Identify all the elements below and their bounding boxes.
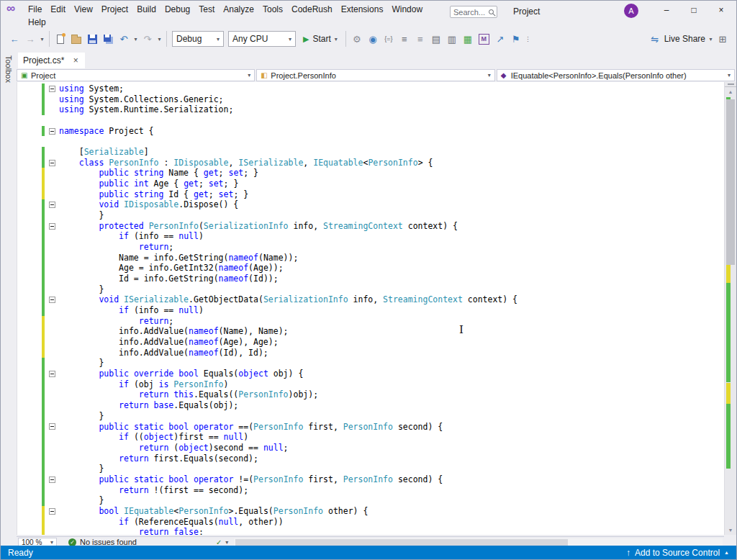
line-numbers-icon[interactable]: ≡	[397, 31, 412, 47]
nav-forward-icon[interactable]: →	[22, 31, 38, 47]
live-share-icon[interactable]: ⇋	[647, 31, 663, 47]
code-line[interactable]: }	[42, 464, 724, 474]
toolbox-panel-tab[interactable]: Toolbox	[1, 50, 17, 546]
solution-configuration-select[interactable]: Debug▾	[172, 31, 224, 47]
code-line[interactable]: return;	[42, 316, 724, 327]
code-line[interactable]: }	[42, 358, 724, 369]
open-file-icon[interactable]	[68, 31, 84, 47]
quick-actions-icon[interactable]: ◉	[365, 31, 381, 47]
save-all-icon[interactable]	[100, 31, 116, 47]
undo-icon[interactable]: ↶	[116, 31, 132, 47]
code-line[interactable]: info.AddValue(nameof(Name), Name);	[42, 326, 724, 337]
scroll-up-icon[interactable]: ▲	[725, 87, 736, 96]
code-line[interactable]: public string Id { get; set; }	[42, 189, 724, 200]
menu-build[interactable]: Build	[132, 2, 160, 17]
member-navigator-icon[interactable]: M	[479, 34, 489, 45]
maximize-button[interactable]: □	[680, 1, 707, 19]
collapse-toggle-icon[interactable]	[49, 86, 55, 92]
menu-coderush[interactable]: CodeRush	[287, 2, 337, 17]
live-share-label[interactable]: Live Share	[664, 34, 705, 44]
collapse-toggle-icon[interactable]	[49, 202, 55, 208]
code-line[interactable]: return;	[42, 242, 724, 253]
undo-dropdown-icon[interactable]: ▾	[132, 31, 140, 47]
code-line[interactable]: return false;	[42, 527, 724, 535]
save-icon[interactable]	[84, 31, 100, 47]
code-line[interactable]: if (obj is PersonInfo)	[42, 379, 724, 390]
project-dropdown[interactable]: ▣Project▾	[17, 69, 255, 81]
code-line[interactable]: void ISerializable.GetObjectData(Seriali…	[42, 294, 724, 305]
menu-debug[interactable]: Debug	[160, 2, 194, 17]
menu-view[interactable]: View	[70, 2, 97, 17]
nav-history-dropdown-icon[interactable]: ▾	[38, 31, 46, 47]
code-line[interactable]: namespace Project {	[42, 126, 724, 137]
code-line[interactable]: }	[42, 210, 724, 221]
code-line[interactable]: return first.Equals(second);	[42, 453, 724, 464]
code-line[interactable]: void IDisposable.Dispose() {	[42, 199, 724, 210]
code-line[interactable]: public override bool Equals(object obj) …	[42, 369, 724, 379]
code-line[interactable]: bool IEquatable<PersonInfo>.Equals(Perso…	[42, 506, 724, 517]
horizontal-scrollbar[interactable]	[234, 538, 723, 546]
collapse-toggle-icon[interactable]	[49, 223, 55, 230]
start-debugging-button[interactable]: ▶Start▾	[298, 31, 343, 47]
menu-tools[interactable]: Tools	[258, 2, 287, 17]
scrollbar-thumb[interactable]	[726, 99, 735, 265]
test-grid-icon[interactable]: ▦	[460, 31, 476, 47]
code-line[interactable]: }	[42, 411, 724, 422]
scrollbar-splitter[interactable]	[725, 82, 736, 87]
collapse-toggle-icon[interactable]	[49, 371, 55, 377]
code-line[interactable]: using System.Collections.Generic;	[42, 94, 724, 105]
scroll-down-icon[interactable]: ▼	[725, 525, 736, 535]
code-line[interactable]: class PersonInfo : IDisposable, ISeriali…	[42, 158, 724, 168]
code-line[interactable]: if ((object)first == null)	[42, 432, 724, 443]
location-pin-icon[interactable]: ⚑	[508, 31, 524, 47]
code-line[interactable]: info.AddValue(nameof(Id), Id);	[42, 348, 724, 358]
nav-back-icon[interactable]: ←	[6, 31, 22, 47]
code-line[interactable]: public static bool operator ==(PersonInf…	[42, 422, 724, 433]
sort-lines-icon[interactable]: ≡	[412, 31, 428, 47]
member-dropdown[interactable]: ◆IEquatable<PersonInfo>.Equals(PersonInf…	[497, 69, 735, 81]
menu-file[interactable]: File	[24, 2, 46, 17]
menu-edit[interactable]: Edit	[46, 2, 70, 17]
collapse-toggle-icon[interactable]	[49, 297, 55, 303]
code-line[interactable]: public string Name { get; set; }	[42, 168, 724, 179]
menu-help[interactable]: Help	[28, 17, 46, 27]
code-line[interactable]: return (object)second == null;	[42, 443, 724, 453]
hscroll-thumb[interactable]	[235, 539, 568, 546]
add-to-source-control-button[interactable]: ↑ Add to Source Control ▲	[626, 548, 729, 558]
toolbar-overflow-icon[interactable]: ⋮	[524, 31, 532, 47]
uncomment-icon[interactable]: ▥	[444, 31, 460, 47]
redo-dropdown-icon[interactable]: ▾	[155, 31, 163, 47]
code-line[interactable]: }	[42, 284, 724, 295]
account-avatar[interactable]: A	[624, 4, 638, 18]
code-line[interactable]: if (info == null)	[42, 305, 724, 316]
code-line[interactable]	[42, 136, 724, 147]
collapse-toggle-icon[interactable]	[49, 508, 55, 515]
redo-icon[interactable]: ↷	[140, 31, 155, 47]
code-line[interactable]: public int Age { get; set; }	[42, 179, 724, 189]
code-line[interactable]: return !(first == second);	[42, 485, 724, 496]
menu-window[interactable]: Window	[387, 2, 427, 17]
tab-close-icon[interactable]: ×	[71, 55, 80, 66]
new-file-icon[interactable]	[53, 31, 68, 47]
solution-platform-select[interactable]: Any CPU▾	[228, 31, 296, 47]
vertical-scrollbar[interactable]: ▲ ▼	[724, 82, 736, 535]
menu-analyze[interactable]: Analyze	[219, 2, 258, 17]
code-line[interactable]: using System.Runtime.Serialization;	[42, 104, 724, 115]
code-line[interactable]: [Serializable]	[42, 147, 724, 158]
code-line[interactable]: if (ReferenceEquals(null, other))	[42, 517, 724, 528]
type-dropdown[interactable]: ◧Project.PersonInfo▾	[256, 69, 494, 81]
menu-extensions[interactable]: Extensions	[337, 2, 388, 17]
code-editor[interactable]: using System;using System.Collections.Ge…	[17, 82, 724, 535]
code-line[interactable]: protected PersonInfo(SerializationInfo i…	[42, 221, 724, 232]
breakpoint-margin[interactable]	[17, 82, 42, 535]
collapse-toggle-icon[interactable]	[49, 477, 55, 483]
attach-process-icon[interactable]: ⚙	[349, 31, 365, 47]
code-cleanup-config-icon[interactable]: {=}	[381, 31, 397, 47]
code-line[interactable]: if (info == null)	[42, 231, 724, 242]
code-line[interactable]: using System;	[42, 83, 724, 94]
navigate-to-icon[interactable]: ↗	[492, 31, 508, 47]
code-line[interactable]	[42, 115, 724, 126]
code-cleanup-button[interactable]: ✓ ▾	[216, 538, 228, 546]
window-layout-icon[interactable]: ⊞	[715, 31, 731, 47]
code-line[interactable]: Id = info.GetString(nameof(Id));	[42, 274, 724, 284]
